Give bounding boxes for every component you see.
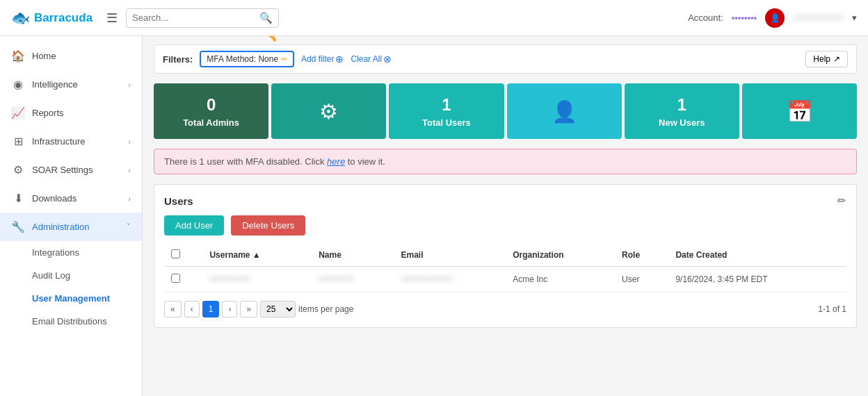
add-filter-icon: ⊕ [335,53,344,65]
row-checkbox[interactable] [164,267,202,292]
user-avatar: 👤 [765,8,785,28]
warning-link[interactable]: here [327,156,345,167]
select-all-checkbox[interactable] [171,249,180,258]
users-header: Users ✏ [164,195,846,207]
stat-card-total-users: 1 Total Users [389,83,504,139]
delete-users-button[interactable]: Delete Users [231,215,305,236]
col-email: Email [394,244,506,267]
page-current-button[interactable]: 1 [202,301,220,317]
col-checkbox [164,244,202,267]
subitem-label: Email Distributions [32,316,107,327]
items-per-page-label: items per page [298,304,353,314]
chevron-right-icon: › [128,81,131,89]
edit-pencil-icon[interactable]: ✏ [837,195,846,207]
topbar: 🐟 Barracuda ☰ 🔍 Account: •••••••• 👤 ••••… [0,0,868,36]
reports-icon: 📈 [11,106,25,119]
per-page-select[interactable]: 10 25 50 100 [260,301,296,317]
account-value: •••••••• [732,13,757,23]
sidebar-item-soar-settings[interactable]: ⚙ SOAR Settings › [0,156,142,184]
external-link-icon: ↗ [833,54,840,64]
total-admins-number: 0 [207,95,216,115]
stat-card-calendar: 📅 [742,83,857,139]
intelligence-icon: ◉ [11,78,25,91]
chevron-down-icon: ˅ [127,222,131,231]
new-users-label: New Users [659,117,705,128]
user-name: •••••••••••••••• [793,13,844,23]
logo: 🐟 Barracuda [11,9,93,27]
row-select-checkbox[interactable] [171,274,180,283]
clear-all-label: Clear All [351,54,382,64]
page-prev-button[interactable]: ‹ [184,301,200,317]
edit-filter-icon[interactable]: ✏ [281,55,287,64]
sidebar-item-downloads[interactable]: ⬇ Downloads › [0,184,142,213]
sidebar-item-reports[interactable]: 📈 Reports [0,99,142,127]
warning-bar: There is 1 user with MFA disabled. Click… [154,149,857,174]
users-actions: Add User Delete Users [164,215,846,236]
help-label: Help [813,54,830,64]
page-next-button[interactable]: › [222,301,237,317]
hamburger-icon[interactable]: ☰ [106,10,118,26]
subitem-label: Integrations [32,247,79,258]
pagination: « ‹ 1 › » 10 25 50 100 items per page 1-… [164,301,846,317]
main-layout: 🏠 Home ◉ Intelligence › 📈 Reports ⊞ Infr… [0,36,868,396]
row-organization: Acme Inc [506,267,615,292]
stat-card-gear: ⚙ [271,83,386,139]
user-stat-icon: 👤 [552,99,577,124]
users-table: Username ▲ Name Email Organization Role … [164,244,846,292]
gear-stat-icon: ⚙ [319,99,338,124]
total-admins-label: Total Admins [183,117,239,128]
sidebar-item-label: Intelligence [32,79,78,90]
logo-icon: 🐟 [11,9,30,27]
add-filter-button[interactable]: Add filter ⊕ [301,53,344,65]
users-panel: Users ✏ Add User Delete Users Username ▲… [154,184,857,328]
stat-card-total-admins: 0 Total Admins [154,83,268,139]
search-bar[interactable]: 🔍 [126,8,279,28]
sidebar-subitem-integrations[interactable]: Integrations [0,241,142,264]
sidebar-subitem-audit-log[interactable]: Audit Log [0,264,142,287]
page-last-button[interactable]: » [240,301,257,317]
sidebar-subitem-email-distributions[interactable]: Email Distributions [0,310,142,333]
row-username: •••••••••••••• [202,267,312,292]
filter-tag-text: MFA Method: None [207,54,278,64]
page-range-info: 1-1 of 1 [818,304,846,314]
subitem-label: Audit Log [32,270,70,281]
col-name: Name [312,244,394,267]
clear-all-button[interactable]: Clear All ⊗ [351,53,392,65]
account-label: Account: [688,13,723,23]
users-title: Users [164,195,193,207]
filter-bar: Filters: MFA Method: None ✏ Add filter ⊕… [154,44,857,74]
stats-row: 0 Total Admins ⚙ 1 Total Users 👤 1 New U… [154,83,857,139]
infrastructure-icon: ⊞ [11,135,25,148]
warning-text: There is 1 user with MFA disabled. Click [164,156,327,167]
sidebar-item-infrastructure[interactable]: ⊞ Infrastructure › [0,127,142,156]
sidebar-item-intelligence[interactable]: ◉ Intelligence › [0,70,142,99]
filter-tag-mfa[interactable]: MFA Method: None ✏ [200,51,294,67]
sidebar-item-label: SOAR Settings [32,165,93,175]
page-first-button[interactable]: « [164,301,182,317]
search-input[interactable] [132,13,259,23]
soar-icon: ⚙ [11,163,25,176]
sidebar-submenu: Integrations Audit Log User Management E… [0,241,142,333]
row-name: •••••••••••• [312,267,394,292]
col-organization: Organization [506,244,615,267]
home-icon: 🏠 [11,49,25,63]
clear-all-icon: ⊗ [383,53,392,65]
content-area: Filters: MFA Method: None ✏ Add filter ⊕… [143,36,868,396]
total-users-number: 1 [442,95,451,115]
sidebar-item-administration[interactable]: 🔧 Administration ˅ [0,213,142,241]
sidebar-item-label: Home [32,51,56,61]
sidebar-item-home[interactable]: 🏠 Home [0,42,142,70]
filter-bar-wrapper: Filters: MFA Method: None ✏ Add filter ⊕… [154,44,857,74]
sidebar: 🏠 Home ◉ Intelligence › 📈 Reports ⊞ Infr… [0,36,143,396]
user-dropdown-arrow[interactable]: ▾ [852,13,857,23]
row-role: User [615,267,668,292]
help-button[interactable]: Help ↗ [805,51,848,67]
logo-text: Barracuda [34,11,93,25]
search-button[interactable]: 🔍 [259,12,273,24]
subitem-label: User Management [32,293,110,304]
col-role: Role [615,244,668,267]
sidebar-subitem-user-management[interactable]: User Management [0,287,142,310]
sidebar-item-label: Reports [32,108,64,118]
add-user-button[interactable]: Add User [164,215,224,236]
col-username[interactable]: Username ▲ [202,244,312,267]
